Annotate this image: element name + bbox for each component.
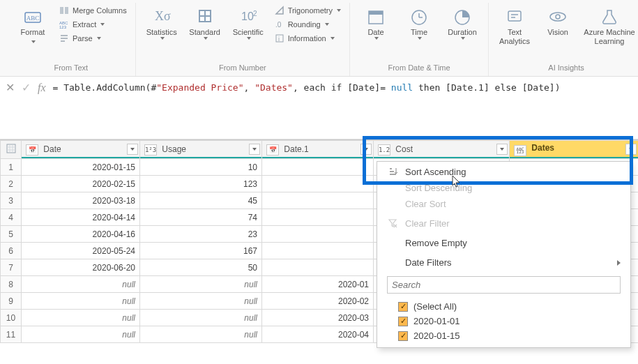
cell-date[interactable]: null [22,310,140,326]
extract-button[interactable]: ABC123 Extract [56,18,130,31]
svg-rect-11 [206,17,210,21]
cell-date1[interactable]: 2020-02 [262,293,374,310]
merge-columns-button[interactable]: Merge Columns [56,4,130,17]
statistics-button[interactable]: Χσ Statistics [142,4,182,43]
formula-input[interactable]: = Table.AddColumn(#"Expanded Price", "Da… [53,81,561,93]
merge-label: Merge Columns [73,6,127,15]
column-header-dates[interactable]: ABC123 Dates [510,141,639,159]
row-number[interactable]: 3 [1,192,22,209]
cell-usage[interactable]: 10 [140,159,262,176]
cell-date[interactable]: 2020-04-16 [22,226,140,243]
cell-usage[interactable]: null [140,276,262,293]
column-header-date1[interactable]: 📅 Date.1 [262,141,374,159]
date-filters-item[interactable]: Date Filters [377,252,630,272]
cell-date1[interactable]: 2020-01 [262,276,374,293]
cell-date[interactable]: null [22,293,140,310]
time-button[interactable]: Time [399,4,439,43]
row-number[interactable]: 7 [1,259,22,276]
svg-text:ABC: ABC [26,15,40,22]
column-filter-button[interactable] [625,144,637,155]
cell-date1[interactable] [262,192,374,209]
fx-icon[interactable]: fx [38,82,46,94]
cell-usage[interactable]: null [140,293,262,310]
format-button[interactable]: ABC Format [13,4,53,49]
cell-date[interactable]: 2020-02-15 [22,176,140,192]
column-label: Usage [162,144,186,154]
duration-icon [453,7,472,26]
cell-date1[interactable] [262,159,374,176]
row-number[interactable]: 2 [1,176,22,192]
commit-formula-button[interactable]: ✓ [22,81,31,94]
cell-date[interactable]: null [22,276,140,293]
cell-usage[interactable]: null [140,326,262,343]
cell-date[interactable]: 2020-06-20 [22,259,140,276]
row-number[interactable]: 6 [1,243,22,259]
select-all-corner[interactable] [1,141,22,159]
text-analytics-button[interactable]: Text Analytics [494,4,535,49]
cell-usage[interactable]: 74 [140,209,262,226]
sort-ascending-item[interactable]: Sort Ascending [377,162,630,181]
column-filter-button[interactable] [496,144,508,155]
filter-check-item[interactable]: 2020-01-01 [398,314,621,328]
cell-date[interactable]: 2020-05-24 [22,243,140,259]
cell-usage[interactable]: 50 [140,259,262,276]
aml-button[interactable]: Azure Machine Learning [581,4,638,49]
trigonometry-button[interactable]: Trigonometry [271,4,344,17]
svg-rect-9 [206,11,210,15]
column-filter-button[interactable] [127,144,138,155]
row-number[interactable]: 10 [1,310,22,326]
cell-date1[interactable] [262,226,374,243]
remove-empty-item[interactable]: Remove Empty [377,233,630,252]
cell-usage[interactable]: null [140,310,262,326]
row-number[interactable]: 4 [1,209,22,226]
row-number[interactable]: 8 [1,276,22,293]
sort-desc-icon [387,182,398,193]
flask-icon [600,7,619,26]
column-header-cost[interactable]: 1.2 Cost [374,141,510,159]
row-number[interactable]: 11 [1,326,22,343]
cell-date[interactable]: 2020-04-14 [22,209,140,226]
parse-button[interactable]: Parse [56,32,130,45]
cell-usage[interactable]: 23 [140,226,262,243]
cell-date[interactable]: 2020-01-15 [22,159,140,176]
filter-check-item[interactable]: (Select All) [398,299,621,314]
scientific-button[interactable]: 102 Scientific [228,4,268,43]
formula-bar: ✕ ✓ fx = Table.AddColumn(#"Expanded Pric… [0,77,638,139]
duration-button[interactable]: Duration [442,4,483,43]
filter-check-item[interactable]: 2020-01-15 [398,328,621,343]
clear-filter-item[interactable]: Clear Filter [377,213,630,233]
format-label: Format [21,28,45,37]
column-filter-button[interactable] [249,144,260,155]
rounding-button[interactable]: .0 Rounding [271,18,344,31]
cell-date1[interactable]: 2020-04 [262,326,374,343]
filter-search-input[interactable] [387,276,621,294]
type-any-icon: ABC123 [514,145,526,156]
menu-label: Sort Ascending [405,167,466,177]
triangle-icon [274,5,285,16]
cell-date1[interactable] [262,209,374,226]
rounding-label: Rounding [288,20,321,29]
cell-date1[interactable] [262,259,374,276]
row-number[interactable]: 5 [1,226,22,243]
cell-date[interactable]: 2020-03-18 [22,192,140,209]
clear-sort-item[interactable]: Clear Sort [377,194,630,213]
row-number[interactable]: 1 [1,159,22,176]
sort-descending-item[interactable]: Sort Descending [377,181,630,194]
cell-date1[interactable] [262,176,374,192]
svg-text:Χσ: Χσ [155,9,171,23]
vision-button[interactable]: Vision [538,4,578,40]
column-header-usage[interactable]: 1²3 Usage [140,141,262,159]
cell-date1[interactable] [262,243,374,259]
cell-date1[interactable]: 2020-03 [262,310,374,326]
cancel-formula-button[interactable]: ✕ [6,81,15,94]
row-number[interactable]: 9 [1,293,22,310]
cell-usage[interactable]: 167 [140,243,262,259]
information-button[interactable]: i Information [271,32,344,45]
column-filter-button[interactable] [360,144,372,155]
cell-usage[interactable]: 123 [140,176,262,192]
cell-usage[interactable]: 45 [140,192,262,209]
cell-date[interactable]: null [22,326,140,343]
standard-button[interactable]: Standard [185,4,225,43]
date-button[interactable]: Date [356,4,396,43]
column-header-date[interactable]: 📅 Date [22,141,140,159]
